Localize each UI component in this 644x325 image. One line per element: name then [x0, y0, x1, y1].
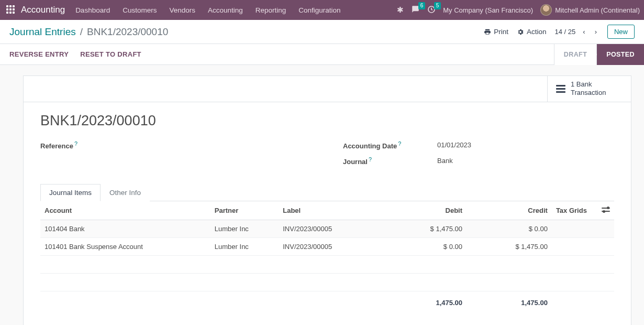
- label-accounting-date: Accounting Date?: [343, 140, 437, 150]
- status-bar: DRAFT POSTED: [554, 44, 644, 65]
- bank-transaction-stat[interactable]: 1 Bank Transaction: [547, 76, 631, 102]
- table-row[interactable]: 101404 Bank Lumber Inc INV/2023/00005 $ …: [40, 220, 614, 238]
- reset-to-draft-button[interactable]: RESET TO DRAFT: [80, 50, 141, 58]
- table-blank-row: [40, 274, 614, 291]
- activities-badge: 5: [434, 2, 441, 9]
- user-menu[interactable]: Mitchell Admin (Continental): [540, 4, 640, 16]
- brand-title[interactable]: Accounting: [21, 5, 65, 15]
- breadcrumb: Journal Entries / BNK1/2023/00010: [9, 26, 168, 38]
- total-debit: 1,475.00: [381, 291, 467, 315]
- journal-items-table: Account Partner Label Debit Credit Tax G…: [40, 201, 614, 314]
- print-button[interactable]: Print: [484, 28, 508, 36]
- reverse-entry-button[interactable]: REVERSE ENTRY: [9, 50, 69, 58]
- avatar: [540, 4, 552, 16]
- col-label[interactable]: Label: [279, 201, 381, 220]
- print-icon: [484, 28, 491, 36]
- pager-counter[interactable]: 14 / 25: [555, 28, 576, 36]
- apps-icon[interactable]: [6, 5, 16, 15]
- menu-dashboard[interactable]: Dashboard: [75, 6, 110, 14]
- form-sheet: 1 Bank Transaction BNK1/2023/00010 Refer…: [23, 75, 631, 325]
- menu-configuration[interactable]: Configuration: [298, 6, 340, 14]
- breadcrumb-root[interactable]: Journal Entries: [9, 26, 76, 38]
- tabs: Journal Items Other Info: [40, 183, 614, 201]
- help-icon[interactable]: ?: [369, 156, 372, 162]
- menu-accounting[interactable]: Accounting: [208, 6, 243, 14]
- bug-icon[interactable]: ✱: [397, 5, 404, 15]
- value-journal[interactable]: Bank: [437, 157, 453, 165]
- col-credit[interactable]: Credit: [467, 201, 552, 220]
- user-name: Mitchell Admin (Continental): [555, 6, 640, 14]
- action-bar: REVERSE ENTRY RESET TO DRAFT DRAFT POSTE…: [0, 44, 644, 65]
- pager: 14 / 25 ‹ ›: [555, 26, 599, 38]
- activities-icon[interactable]: 5: [427, 5, 436, 15]
- label-journal: Journal?: [343, 156, 437, 166]
- total-credit: 1,475.00: [467, 291, 552, 315]
- help-icon[interactable]: ?: [398, 140, 401, 147]
- tab-other-info[interactable]: Other Info: [101, 184, 150, 201]
- menu-reporting[interactable]: Reporting: [256, 6, 286, 14]
- messages-icon[interactable]: 6: [411, 5, 420, 15]
- col-tax-grids[interactable]: Tax Grids: [552, 201, 597, 220]
- label-reference: Reference?: [40, 140, 135, 150]
- messages-badge: 6: [418, 2, 426, 9]
- col-debit[interactable]: Debit: [381, 201, 467, 220]
- status-draft[interactable]: DRAFT: [554, 44, 596, 65]
- col-account[interactable]: Account: [40, 201, 210, 220]
- breadcrumb-sep: /: [80, 26, 83, 38]
- list-icon: [556, 85, 565, 93]
- table-row[interactable]: 101401 Bank Suspense Account Lumber Inc …: [40, 238, 614, 256]
- col-partner[interactable]: Partner: [210, 201, 279, 220]
- optional-columns-icon[interactable]: [602, 207, 610, 214]
- tab-journal-items[interactable]: Journal Items: [40, 184, 101, 201]
- breadcrumb-current: BNK1/2023/00010: [87, 26, 168, 38]
- pager-next[interactable]: ›: [593, 26, 599, 38]
- main-menu: Dashboard Customers Vendors Accounting R…: [75, 6, 341, 14]
- help-icon[interactable]: ?: [74, 140, 77, 147]
- company-switcher[interactable]: My Company (San Francisco): [443, 6, 533, 14]
- gear-icon: [517, 28, 524, 36]
- value-accounting-date[interactable]: 01/01/2023: [437, 141, 471, 149]
- top-nav: Accounting Dashboard Customers Vendors A…: [0, 0, 644, 20]
- table-blank-row: [40, 256, 614, 274]
- pager-prev[interactable]: ‹: [581, 26, 587, 38]
- control-bar: Journal Entries / BNK1/2023/00010 Print …: [0, 20, 644, 44]
- action-button[interactable]: Action: [517, 28, 547, 36]
- new-button[interactable]: New: [607, 25, 635, 39]
- menu-customers[interactable]: Customers: [123, 6, 157, 14]
- menu-vendors[interactable]: Vendors: [169, 6, 195, 14]
- record-title: BNK1/2023/00010: [40, 113, 614, 129]
- status-posted: POSTED: [596, 44, 644, 65]
